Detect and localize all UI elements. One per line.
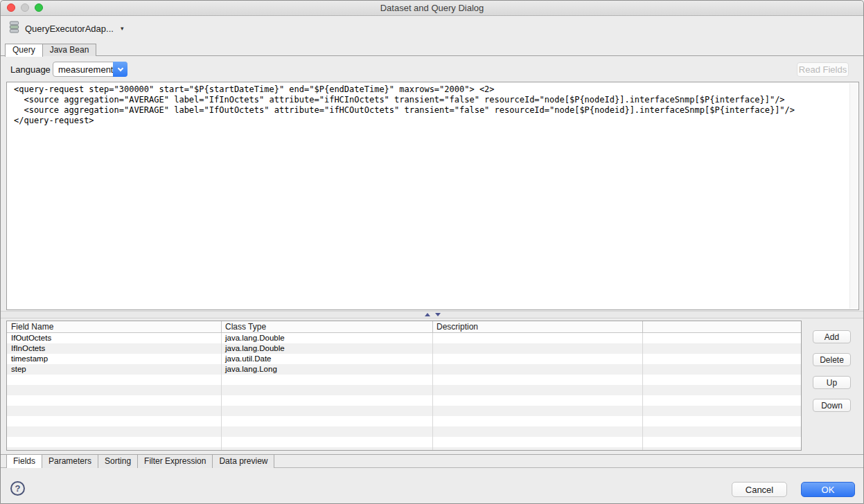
top-tab-strip: QueryJava Bean xyxy=(1,44,863,56)
cell-field-name: timestamp xyxy=(11,354,48,364)
column-divider[interactable] xyxy=(432,321,433,333)
up-button[interactable]: Up xyxy=(813,376,851,389)
combo-dropdown-button xyxy=(113,62,127,77)
tab-filter-expression[interactable]: Filter Expression xyxy=(138,455,213,468)
table-row-empty xyxy=(7,385,801,395)
table-row-empty xyxy=(7,416,801,426)
tab-sorting[interactable]: Sorting xyxy=(98,455,138,468)
tab-data-preview[interactable]: Data preview xyxy=(213,455,274,468)
cell-class-type: java.util.Date xyxy=(225,354,271,364)
database-icon xyxy=(9,21,19,37)
ok-button[interactable]: OK xyxy=(801,482,855,497)
column-line xyxy=(432,333,433,450)
column-divider[interactable] xyxy=(221,321,222,333)
tab-java-bean[interactable]: Java Bean xyxy=(42,44,97,56)
table-row-empty xyxy=(7,426,801,437)
cancel-button[interactable]: Cancel xyxy=(732,482,787,497)
column-header-description: Description xyxy=(432,321,478,333)
cell-class-type: java.lang.Double xyxy=(225,333,285,343)
collapse-up-icon[interactable] xyxy=(425,313,430,316)
fields-table: Field NameClass TypeDescription IfOutOct… xyxy=(6,321,802,451)
close-button[interactable] xyxy=(7,3,15,12)
add-button[interactable]: Add xyxy=(813,330,851,343)
column-line xyxy=(642,333,643,450)
help-icon[interactable]: ? xyxy=(10,481,25,496)
table-row-empty xyxy=(7,395,801,406)
cell-class-type: java.lang.Long xyxy=(225,364,277,375)
table-row-empty xyxy=(7,437,801,447)
table-row-empty xyxy=(7,447,801,451)
zoom-button[interactable] xyxy=(35,3,43,12)
column-line xyxy=(221,333,222,450)
query-line: <query-request step="300000" start="$P{s… xyxy=(14,84,847,95)
data-adapter-selector[interactable]: QueryExecutorAdap... ▾ xyxy=(9,21,123,36)
vertical-scrollbar[interactable] xyxy=(849,83,858,309)
column-header-field-name: Field Name xyxy=(7,321,53,333)
title-bar: Dataset and Query Dialog xyxy=(1,1,863,16)
dataset-query-dialog: Dataset and Query Dialog QueryExecutorAd… xyxy=(0,0,864,504)
table-row[interactable]: stepjava.lang.Long xyxy=(7,364,801,375)
table-row-empty xyxy=(7,375,801,385)
cell-field-name: IfOutOctets xyxy=(11,333,51,343)
down-button[interactable]: Down xyxy=(813,399,851,412)
minimize-button[interactable] xyxy=(21,3,29,12)
collapse-down-icon[interactable] xyxy=(435,313,441,316)
table-row[interactable]: timestampjava.util.Date xyxy=(7,354,801,364)
chevron-down-icon: ▾ xyxy=(121,25,124,32)
window-title: Dataset and Query Dialog xyxy=(1,1,863,15)
cell-field-name: step xyxy=(11,364,26,375)
tab-fields[interactable]: Fields xyxy=(6,455,42,468)
delete-button[interactable]: Delete xyxy=(813,353,851,366)
chevron-down-icon xyxy=(117,65,123,71)
dialog-footer: ? Cancel OK xyxy=(1,469,863,503)
bottom-tab-strip: FieldsParametersSortingFilter Expression… xyxy=(1,454,863,468)
query-text-editor[interactable]: <query-request step="300000" start="$P{s… xyxy=(6,82,859,310)
table-header: Field NameClass TypeDescription xyxy=(7,321,801,333)
table-row-empty xyxy=(7,406,801,416)
cell-field-name: IfInOctets xyxy=(11,343,45,354)
tab-parameters[interactable]: Parameters xyxy=(42,455,98,468)
column-divider[interactable] xyxy=(642,321,643,333)
language-value: measurement xyxy=(53,64,113,75)
column-header-class-type: Class Type xyxy=(221,321,266,333)
cell-class-type: java.lang.Double xyxy=(225,343,285,354)
query-text: <query-request step="300000" start="$P{s… xyxy=(14,84,847,308)
query-line: <source aggregation="AVERAGE" label="IfI… xyxy=(14,95,847,105)
language-select[interactable]: measurement xyxy=(53,62,127,77)
read-fields-button[interactable]: Read Fields xyxy=(797,62,849,77)
query-line: <source aggregation="AVERAGE" label="IfO… xyxy=(14,105,847,116)
tab-query[interactable]: Query xyxy=(5,44,43,57)
splitter-handle[interactable] xyxy=(1,311,863,318)
language-label: Language xyxy=(10,64,51,75)
query-line: </query-request> xyxy=(14,116,847,126)
table-body: IfOutOctetsjava.lang.DoubleIfInOctetsjav… xyxy=(7,333,801,450)
table-row[interactable]: IfInOctetsjava.lang.Double xyxy=(7,343,801,354)
table-button-panel: AddDeleteUpDown xyxy=(807,321,859,452)
traffic-lights xyxy=(7,3,43,12)
data-adapter-label: QueryExecutorAdap... xyxy=(25,24,114,34)
table-row[interactable]: IfOutOctetsjava.lang.Double xyxy=(7,333,801,343)
